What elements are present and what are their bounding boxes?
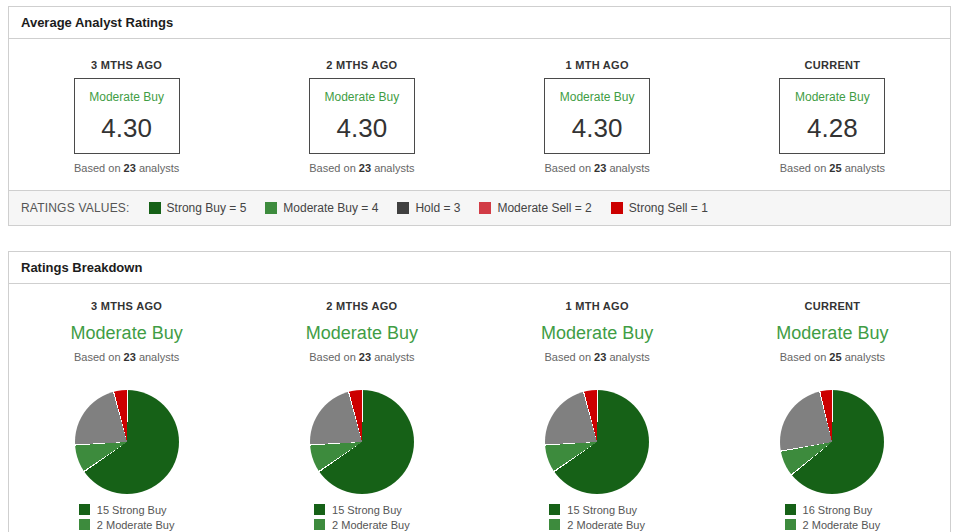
based-on-text: Based on 23 analysts [9, 351, 244, 379]
rating-value-box: Moderate Buy 4.30 [74, 78, 180, 154]
based-on-prefix: Based on [545, 162, 591, 174]
based-on-text: Based on 23 analysts [244, 351, 479, 379]
breakdown-column-1mth: 1 MTH AGO Moderate Buy Based on 23 analy… [480, 300, 715, 532]
consensus-rating-text: Moderate Buy [480, 323, 715, 344]
ratings-breakdown-panel: Ratings Breakdown 3 MTHS AGO Moderate Bu… [8, 251, 951, 532]
strong-buy-swatch-icon [314, 504, 325, 515]
ratings-breakdown-columns: 3 MTHS AGO Moderate Buy Based on 23 anal… [9, 284, 950, 532]
panel-title: Average Analyst Ratings [9, 7, 950, 39]
consensus-rating-text: Moderate Buy [244, 323, 479, 344]
rating-text: Moderate Buy [795, 90, 870, 104]
pie-chart [545, 390, 649, 494]
pie-chart [310, 390, 414, 494]
moderate-buy-swatch-icon [549, 519, 560, 530]
based-on-prefix: Based on [780, 351, 826, 363]
consensus-rating-text: Moderate Buy [9, 323, 244, 344]
pie-legend-row: 2 Moderate Buy [314, 517, 410, 532]
pie-legend-row: 2 Moderate Buy [79, 517, 175, 532]
pie-chart [780, 390, 884, 494]
period-label: CURRENT [715, 300, 950, 312]
based-on-prefix: Based on [309, 162, 355, 174]
analyst-count: 23 [359, 351, 371, 363]
rating-column-1mth: 1 MTH AGO Moderate Buy 4.30 Based on 23 … [480, 59, 715, 190]
pie-legend-label: 15 Strong Buy [97, 504, 167, 516]
legend-item-label: Strong Buy = 5 [167, 201, 247, 215]
pie-legend-label: 15 Strong Buy [332, 504, 402, 516]
pie-legend-row: 2 Moderate Buy [785, 517, 881, 532]
rating-column-2mths: 2 MTHS AGO Moderate Buy 4.30 Based on 23… [244, 59, 479, 190]
based-on-suffix: analysts [609, 162, 649, 174]
legend-item-hold: Hold = 3 [397, 201, 460, 215]
legend-item-moderate-sell: Moderate Sell = 2 [479, 201, 591, 215]
pie-legend-row: 16 Strong Buy [785, 502, 881, 517]
ratings-values-label: RATINGS VALUES: [21, 201, 130, 215]
rating-column-3mths: 3 MTHS AGO Moderate Buy 4.30 Based on 23… [9, 59, 244, 190]
moderate-buy-swatch-icon [314, 519, 325, 530]
moderate-buy-swatch-icon [265, 202, 277, 214]
period-label: 3 MTHS AGO [9, 59, 244, 71]
moderate-buy-swatch-icon [79, 519, 90, 530]
ratings-values-legend: RATINGS VALUES: Strong Buy = 5 Moderate … [9, 190, 950, 225]
consensus-rating-text: Moderate Buy [715, 323, 950, 344]
breakdown-column-2mths: 2 MTHS AGO Moderate Buy Based on 23 anal… [244, 300, 479, 532]
based-on-suffix: analysts [374, 351, 414, 363]
pie-legend-label: 16 Strong Buy [803, 504, 873, 516]
rating-text: Moderate Buy [325, 90, 400, 104]
legend-item-label: Moderate Buy = 4 [283, 201, 378, 215]
moderate-sell-swatch-icon [479, 202, 491, 214]
pie-legend: 16 Strong Buy 2 Moderate Buy 6 Hold 1 St… [785, 502, 881, 532]
hold-swatch-icon [397, 202, 409, 214]
average-analyst-ratings-panel: Average Analyst Ratings 3 MTHS AGO Moder… [8, 6, 951, 226]
pie-legend-label: 2 Moderate Buy [567, 519, 645, 531]
rating-value-box: Moderate Buy 4.30 [544, 78, 650, 154]
based-on-suffix: analysts [139, 351, 179, 363]
legend-item-strong-buy: Strong Buy = 5 [149, 201, 247, 215]
score-value: 4.30 [101, 113, 152, 144]
legend-item-strong-sell: Strong Sell = 1 [611, 201, 708, 215]
strong-buy-swatch-icon [549, 504, 560, 515]
based-on-text: Based on 23 analysts [244, 162, 479, 190]
analyst-count: 23 [124, 162, 136, 174]
rating-value-box: Moderate Buy 4.30 [309, 78, 415, 154]
based-on-prefix: Based on [74, 162, 120, 174]
analyst-count: 25 [829, 351, 841, 363]
analyst-count: 25 [829, 162, 841, 174]
analyst-count: 23 [594, 162, 606, 174]
based-on-suffix: analysts [609, 351, 649, 363]
based-on-prefix: Based on [545, 351, 591, 363]
based-on-prefix: Based on [74, 351, 120, 363]
pie-legend-label: 2 Moderate Buy [97, 519, 175, 531]
pie-legend-row: 15 Strong Buy [549, 502, 645, 517]
based-on-suffix: analysts [845, 351, 885, 363]
pie-chart [75, 390, 179, 494]
legend-item-label: Hold = 3 [415, 201, 460, 215]
pie-legend: 15 Strong Buy 2 Moderate Buy 5 Hold 1 St… [549, 502, 645, 532]
period-label: 1 MTH AGO [480, 300, 715, 312]
rating-text: Moderate Buy [89, 90, 164, 104]
analyst-count: 23 [594, 351, 606, 363]
based-on-text: Based on 23 analysts [480, 351, 715, 379]
period-label: 3 MTHS AGO [9, 300, 244, 312]
breakdown-column-current: CURRENT Moderate Buy Based on 25 analyst… [715, 300, 950, 532]
based-on-text: Based on 25 analysts [715, 162, 950, 190]
pie-legend-label: 2 Moderate Buy [803, 519, 881, 531]
pie-legend-label: 2 Moderate Buy [332, 519, 410, 531]
based-on-text: Based on 23 analysts [480, 162, 715, 190]
rating-column-current: CURRENT Moderate Buy 4.28 Based on 25 an… [715, 59, 950, 190]
based-on-suffix: analysts [139, 162, 179, 174]
based-on-prefix: Based on [309, 351, 355, 363]
pie-legend: 15 Strong Buy 2 Moderate Buy 5 Hold 1 St… [79, 502, 175, 532]
score-value: 4.28 [807, 113, 858, 144]
score-value: 4.30 [572, 113, 623, 144]
legend-item-label: Moderate Sell = 2 [497, 201, 591, 215]
strong-buy-swatch-icon [79, 504, 90, 515]
period-label: 2 MTHS AGO [244, 300, 479, 312]
strong-buy-swatch-icon [149, 202, 161, 214]
based-on-suffix: analysts [374, 162, 414, 174]
analyst-count: 23 [124, 351, 136, 363]
pie-legend-label: 15 Strong Buy [567, 504, 637, 516]
strong-buy-swatch-icon [785, 504, 796, 515]
breakdown-column-3mths: 3 MTHS AGO Moderate Buy Based on 23 anal… [9, 300, 244, 532]
strong-sell-swatch-icon [611, 202, 623, 214]
moderate-buy-swatch-icon [785, 519, 796, 530]
